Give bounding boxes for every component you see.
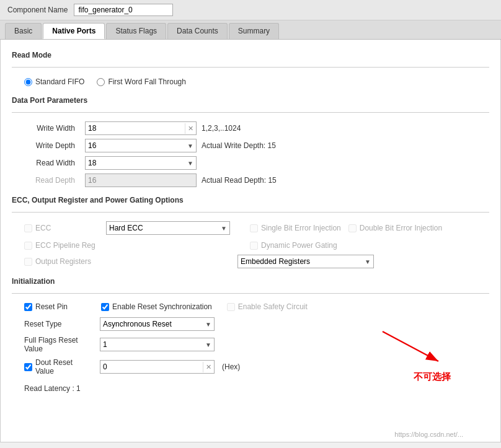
tab-basic[interactable]: Basic bbox=[5, 23, 42, 39]
read-mode-divider bbox=[12, 67, 489, 68]
enable-reset-sync-label[interactable]: Enable Reset Synchronization bbox=[101, 302, 212, 311]
dout-reset-label[interactable]: Dout Reset Value bbox=[24, 358, 92, 376]
write-depth-select-wrap: 16 32 64 ▼ bbox=[85, 139, 197, 152]
write-depth-label: Write Depth bbox=[24, 141, 80, 150]
component-name-label: Component Name bbox=[7, 6, 68, 14]
svg-line-1 bbox=[383, 332, 438, 361]
reset-type-select[interactable]: Asynchronous Reset Synchronous Reset bbox=[100, 318, 203, 330]
data-port-params: Write Width ✕ 1,2,3,..1024 Write Depth 1… bbox=[12, 118, 489, 191]
ecc-label: ECC bbox=[35, 224, 51, 232]
full-flags-select[interactable]: 1 0 bbox=[100, 339, 203, 350]
read-width-arrow: ▼ bbox=[185, 160, 196, 167]
data-port-divider bbox=[12, 112, 489, 113]
top-bar: Component Name bbox=[0, 0, 501, 20]
reset-type-select-wrap: Asynchronous Reset Synchronous Reset ▼ bbox=[100, 317, 215, 331]
enable-safety-label: Enable Safety Circuit bbox=[227, 302, 308, 311]
full-flags-select-wrap: 1 0 ▼ bbox=[100, 338, 215, 351]
ecc-checkbox bbox=[24, 224, 32, 232]
ecc-row2: ECC Pipeline Reg Dynamic Power Gating bbox=[12, 239, 489, 252]
single-bit-checkbox bbox=[250, 224, 258, 232]
write-depth-select[interactable]: 16 32 64 bbox=[86, 140, 185, 151]
ecc-type-select[interactable]: Hard ECC Soft ECC bbox=[107, 222, 218, 234]
first-word-option[interactable]: First Word Fall Through bbox=[97, 77, 186, 86]
arrow-svg bbox=[376, 325, 451, 369]
read-depth-input-wrap bbox=[85, 173, 197, 187]
tab-summary[interactable]: Summary bbox=[229, 23, 279, 39]
write-width-label: Write Width bbox=[24, 124, 80, 133]
double-bit-checkbox bbox=[348, 224, 357, 232]
full-flags-label: Full Flags Reset Value bbox=[24, 336, 92, 353]
first-word-label: First Word Fall Through bbox=[108, 77, 186, 86]
annotation-text: 不可选择 bbox=[414, 371, 451, 383]
enable-reset-sync-checkbox[interactable] bbox=[101, 303, 109, 311]
first-word-radio[interactable] bbox=[97, 78, 105, 86]
write-depth-hint: Actual Write Depth: 15 bbox=[202, 141, 326, 150]
ecc-checkbox-label[interactable]: ECC bbox=[24, 224, 99, 232]
read-mode-options: Standard FIFO First Word Fall Through bbox=[12, 72, 489, 91]
ecc-pipeline-checkbox bbox=[24, 242, 32, 250]
write-width-input-wrap: ✕ bbox=[85, 121, 197, 135]
dout-reset-clear[interactable]: ✕ bbox=[203, 362, 214, 372]
reset-pin-label[interactable]: Reset Pin bbox=[24, 302, 92, 311]
double-bit-label: Double Bit Error Injection bbox=[348, 224, 442, 232]
component-name-input[interactable] bbox=[74, 4, 173, 16]
tab-native-ports[interactable]: Native Ports bbox=[43, 23, 105, 39]
ecc-divider bbox=[12, 212, 489, 213]
init-divider bbox=[12, 293, 489, 294]
init-row1: Reset Pin Enable Reset Synchronization E… bbox=[12, 299, 489, 315]
output-reg-label: Output Registers bbox=[24, 257, 99, 266]
read-width-select[interactable]: 18 36 bbox=[86, 157, 185, 169]
reset-pin-checkbox[interactable] bbox=[24, 303, 32, 311]
standard-fifo-radio[interactable] bbox=[24, 78, 32, 86]
dout-reset-input[interactable] bbox=[100, 361, 203, 372]
hex-label: (Hex) bbox=[222, 362, 240, 371]
write-width-hint: 1,2,3,..1024 bbox=[202, 124, 326, 133]
read-width-label: Read Width bbox=[24, 159, 80, 167]
enable-safety-checkbox bbox=[227, 303, 235, 311]
main-content: Read Mode Standard FIFO First Word Fall … bbox=[0, 40, 501, 442]
output-reg-row: Output Registers Embedded Registers Fabr… bbox=[12, 252, 489, 275]
ecc-row1: ECC Hard ECC Soft ECC ▼ Single Bit Error… bbox=[12, 217, 489, 239]
tab-status-flags[interactable]: Status Flags bbox=[106, 23, 166, 39]
write-width-clear[interactable]: ✕ bbox=[185, 123, 196, 134]
read-width-select-wrap: 18 36 ▼ bbox=[85, 156, 197, 170]
write-width-input[interactable] bbox=[86, 123, 185, 134]
read-depth-label: Read Depth bbox=[24, 176, 80, 185]
write-depth-arrow: ▼ bbox=[185, 143, 196, 149]
output-reg-checkbox bbox=[24, 258, 32, 266]
dout-reset-input-wrap: ✕ bbox=[100, 360, 215, 374]
init-title: Initialization bbox=[12, 277, 489, 286]
standard-fifo-option[interactable]: Standard FIFO bbox=[24, 77, 84, 86]
dout-reset-checkbox[interactable] bbox=[24, 363, 32, 371]
read-depth-input bbox=[86, 175, 196, 186]
read-depth-hint: Actual Read Depth: 15 bbox=[202, 176, 326, 185]
annotation: 不可选择 bbox=[376, 325, 451, 383]
full-flags-arrow: ▼ bbox=[203, 341, 214, 348]
dynamic-power-checkbox bbox=[250, 242, 258, 250]
embedded-reg-arrow: ▼ bbox=[362, 258, 373, 265]
ecc-type-select-wrap: Hard ECC Soft ECC ▼ bbox=[106, 221, 230, 235]
dynamic-power-label: Dynamic Power Gating bbox=[250, 241, 337, 250]
read-mode-title: Read Mode bbox=[12, 51, 489, 59]
embedded-reg-select-wrap: Embedded Registers Fabric Registers ▼ bbox=[237, 255, 374, 268]
tab-bar: Basic Native Ports Status Flags Data Cou… bbox=[0, 20, 501, 40]
single-bit-label: Single Bit Error Injection bbox=[250, 224, 341, 232]
ecc-title: ECC, Output Register and Power Gating Op… bbox=[12, 196, 489, 204]
reset-type-arrow: ▼ bbox=[203, 321, 214, 328]
tab-data-counts[interactable]: Data Counts bbox=[167, 23, 228, 39]
watermark: https://blog.csdn.net/... bbox=[394, 431, 463, 438]
data-port-title: Data Port Parameters bbox=[12, 96, 489, 105]
embedded-reg-select[interactable]: Embedded Registers Fabric Registers bbox=[238, 256, 362, 267]
standard-fifo-label: Standard FIFO bbox=[35, 77, 84, 86]
ecc-type-arrow: ▼ bbox=[218, 225, 229, 232]
ecc-pipeline-label: ECC Pipeline Reg bbox=[24, 241, 99, 250]
reset-type-label: Reset Type bbox=[24, 320, 92, 328]
